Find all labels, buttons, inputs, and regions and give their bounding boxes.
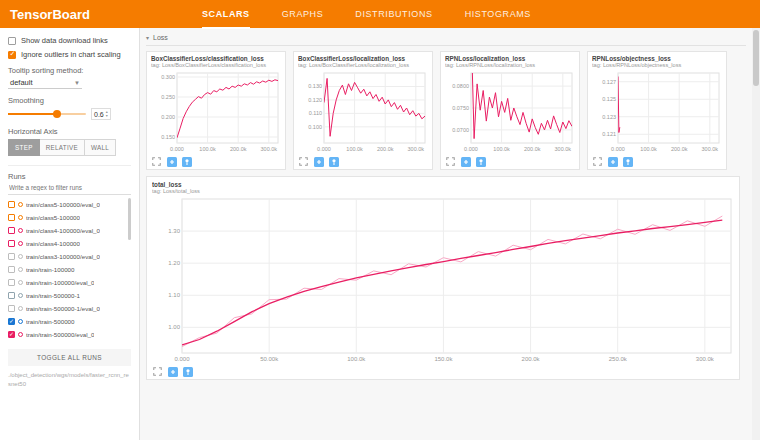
fit-domain-icon[interactable] [313,156,324,167]
chart-title: RPNLoss/localization_loss [445,55,575,62]
run-checkbox[interactable] [8,292,15,299]
run-label: train/train-500000-1 [26,292,80,299]
chart-tag: tag: Loss/BoxClassifierLoss/classificati… [151,62,281,68]
expand-icon[interactable] [298,156,309,167]
run-row[interactable]: train/train-500000-1/eval_0 [8,302,131,315]
expand-icon[interactable] [152,366,163,377]
show-download-links-row[interactable]: Show data download links [8,36,131,45]
tab-histograms[interactable]: HISTOGRAMS [465,0,531,29]
run-checkbox[interactable] [8,214,15,221]
run-label: train/train-500000/eval_0 [26,331,94,338]
run-row[interactable]: train/class5-100000 [8,211,131,224]
run-color-dot [18,215,23,220]
svg-text:100.0k: 100.0k [199,146,216,152]
run-checkbox[interactable] [8,266,15,273]
axis-step-button[interactable]: STEP [8,139,40,156]
expand-icon[interactable] [151,156,162,167]
line-chart-rpn-localization-loss[interactable]: 0.07000.07500.08000.000100.0k200.0k300.0… [445,70,575,154]
runs-scrollbar[interactable] [128,198,131,240]
svg-text:100.0k: 100.0k [640,146,657,152]
run-checkbox[interactable] [8,201,15,208]
line-chart-classification-loss[interactable]: 0.1500.2000.2500.3000.000100.0k200.0k300… [151,70,281,154]
smoothing-value-box[interactable]: 0.6 ▴▾ [91,108,111,120]
chart-tag: tag: Loss/RPNLoss/localization_loss [445,62,575,68]
svg-text:300.0k: 300.0k [696,356,715,362]
spinner-down-icon[interactable]: ▾ [106,114,108,118]
line-chart-total-loss[interactable]: 1.001.101.201.300.00050.00k100.0k150.0k2… [152,196,734,364]
svg-text:100.0k: 100.0k [347,356,366,362]
svg-text:200.0k: 200.0k [230,146,247,152]
toggle-all-runs-button[interactable]: TOGGLE ALL RUNS [8,349,131,366]
ignore-outliers-label: Ignore outliers in chart scaling [21,50,121,59]
svg-text:100.0k: 100.0k [493,146,510,152]
tab-distributions[interactable]: DISTRIBUTIONS [355,0,432,29]
run-row[interactable]: train/train-100000/eval_0 [8,276,131,289]
pin-icon[interactable] [475,156,486,167]
run-checkbox[interactable] [8,240,15,247]
axis-relative-button[interactable]: RELATIVE [40,139,85,156]
svg-text:0.0800: 0.0800 [452,83,469,89]
ignore-outliers-checkbox[interactable] [8,51,16,59]
run-row[interactable]: train/train-500000/eval_0 [8,328,131,341]
page-scrollbar[interactable] [752,28,760,440]
chart-title: total_loss [152,181,734,188]
smoothing-slider-knob[interactable] [53,110,61,118]
run-row[interactable]: train/train-500000-1 [8,289,131,302]
svg-text:100.0k: 100.0k [346,146,363,152]
run-label: train/class4-100000 [26,240,80,247]
run-row[interactable]: train/class4-100000/eval_0 [8,224,131,237]
tab-scalars[interactable]: SCALARS [202,0,250,29]
svg-text:0.250: 0.250 [161,94,175,100]
pin-icon[interactable] [182,366,193,377]
run-label: train/class5-100000/eval_0 [26,201,100,208]
page-scrollbar-thumb[interactable] [753,30,759,86]
svg-text:1.30: 1.30 [168,228,180,234]
fit-domain-icon[interactable] [460,156,471,167]
line-chart-box-localization-loss[interactable]: 0.1000.1100.1200.1300.000100.0k200.0k300… [298,70,428,154]
run-checkbox[interactable] [8,227,15,234]
chart-card-rpn-objectness-loss: RPNLoss/objectness_loss tag: Loss/RPNLos… [587,51,727,170]
run-label: train/train-100000 [26,266,75,273]
run-row[interactable]: train/class4-100000 [8,237,131,250]
ignore-outliers-row[interactable]: Ignore outliers in chart scaling [8,50,131,59]
runs-filter-input[interactable] [8,181,131,195]
run-checkbox[interactable] [8,305,15,312]
line-chart-rpn-objectness-loss[interactable]: 0.1210.1230.1250.1270.000100.0k200.0k300… [592,70,722,154]
svg-text:300.0k: 300.0k [555,146,572,152]
tab-graphs[interactable]: GRAPHS [282,0,324,29]
run-row[interactable]: train/class5-100000/eval_0 [8,198,131,211]
svg-text:0.130: 0.130 [308,83,322,89]
run-checkbox[interactable] [8,331,15,338]
fit-domain-icon[interactable] [167,366,178,377]
fit-domain-icon[interactable] [166,156,177,167]
pin-icon[interactable] [181,156,192,167]
chart-card-classification-loss: BoxClassifierLoss/classification_loss ta… [146,51,286,170]
smoothing-slider[interactable] [8,113,86,115]
tooltip-sorting-label: Tooltip sorting method: [8,66,131,75]
run-row[interactable]: train/train-500000 [8,315,131,328]
svg-text:0.150: 0.150 [161,134,175,140]
run-label: train/class3-100000/eval_0 [26,253,100,260]
logdir-path: ./object_detection/wgs/models/faster_rcn… [8,371,131,389]
axis-wall-button[interactable]: WALL [85,139,116,156]
scalars-dashboard: ▾ Loss BoxClassifierLoss/classification_… [140,28,752,440]
run-row[interactable]: train/train-100000 [8,263,131,276]
run-checkbox[interactable] [8,318,15,325]
expand-icon[interactable] [445,156,456,167]
run-color-dot [18,267,23,272]
run-checkbox[interactable] [8,279,15,286]
tooltip-sorting-dropdown[interactable]: default ▼ [8,77,82,89]
run-color-dot [18,202,23,207]
run-row[interactable]: train/class3-100000/eval_0 [8,250,131,263]
run-checkbox[interactable] [8,253,15,260]
chart-title: RPNLoss/objectness_loss [592,55,722,62]
pin-icon[interactable] [622,156,633,167]
show-download-links-checkbox[interactable] [8,37,16,45]
run-color-dot [18,293,23,298]
category-header-loss[interactable]: ▾ Loss [146,31,746,46]
svg-text:300.0k: 300.0k [408,146,425,152]
nav-tabs: SCALARS GRAPHS DISTRIBUTIONS HISTOGRAMS [202,0,531,29]
expand-icon[interactable] [592,156,603,167]
pin-icon[interactable] [328,156,339,167]
fit-domain-icon[interactable] [607,156,618,167]
